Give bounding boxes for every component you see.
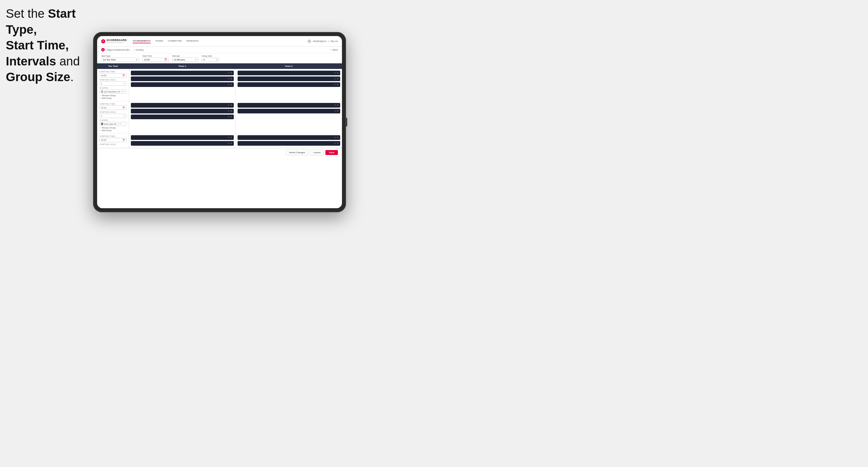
cancel-button[interactable]: Cancel (310, 150, 323, 155)
starting-hole-input-2[interactable]: 1 ▼ (99, 114, 126, 118)
remove-group-btn-1[interactable]: ○ Remove Group (99, 94, 126, 97)
tee-table-header: Tee Time Team 1 Team 2 (97, 63, 342, 69)
back-link[interactable]: < Back (331, 49, 338, 51)
player-name-area (133, 110, 228, 112)
start-time-label: Start Time (143, 55, 169, 57)
settings-row: Start Type 1st Tee Start ▼ Start Time 10… (97, 53, 342, 63)
player-remove-btn[interactable]: ✕ (334, 136, 336, 139)
starting-hole-input-1[interactable]: 1 ▼ (99, 82, 126, 86)
tablet-screen: C SCOREBOARD Powered by clipp.d TOURNAME… (97, 36, 342, 208)
player-remove-btn[interactable]: ✕ (334, 110, 336, 112)
start-type-arrow-icon: ▼ (135, 59, 137, 61)
starting-hole-label-1: STARTING HOLE: (99, 79, 126, 81)
intervals-label: Intervals (172, 55, 198, 57)
intervals-select[interactable]: 10 Minutes ▼ (172, 58, 198, 62)
group-actions-1: ○ Remove Group + Add Group (99, 94, 126, 99)
player-remove-btn[interactable]: ✕ (228, 72, 229, 74)
nav-separator: | (328, 40, 329, 42)
reset-changes-button[interactable]: Reset Changes (286, 150, 308, 155)
player-edit-btn[interactable]: ⚙ (230, 110, 232, 112)
player-edit-btn[interactable]: ⚙ (337, 142, 339, 145)
player-edit-btn[interactable]: ⚙ (230, 104, 232, 106)
player-row: ✕ ⚙ (131, 82, 234, 87)
player-actions: ✕ ⚙ (334, 77, 339, 80)
player-remove-btn[interactable]: ✕ (228, 77, 229, 80)
player-remove-btn[interactable]: ✕ (334, 142, 336, 145)
start-type-select[interactable]: 1st Tee Start ▼ (101, 58, 139, 62)
start-time-value: 10:00 (144, 58, 150, 61)
table-scroll-area[interactable]: STARTING TIME: 10:00 ⏰ STARTING HOLE: 1 … (97, 69, 342, 148)
tablet-side-button (346, 118, 347, 126)
start-time-select[interactable]: 10:00 ⏰ (143, 58, 169, 62)
player-name-area (239, 104, 334, 106)
player-edit-btn[interactable]: ⚙ (337, 84, 339, 86)
nav-right: blair@clippd.io | Sign out (308, 39, 338, 43)
time-clock-icon-2: ⏰ (122, 107, 125, 109)
player-remove-btn[interactable]: ✕ (228, 116, 229, 118)
player-remove-btn[interactable]: ✕ (334, 77, 336, 80)
player-row: ✕ ⚙ (238, 135, 341, 140)
group-left-3: STARTING TIME: 10:20 ⏰ STARTING HOLE: (97, 133, 129, 148)
player-edit-btn[interactable]: ⚙ (337, 110, 339, 112)
player-remove-btn[interactable]: ✕ (228, 104, 229, 106)
course-edit-icon-2[interactable]: ✎ (120, 123, 122, 125)
group-size-group: Group Size 3 ▼ (202, 55, 219, 62)
player-remove-btn[interactable]: ✕ (334, 72, 336, 74)
starting-time-input-1[interactable]: 10:00 ⏰ (99, 73, 126, 77)
time-clock-icon-1: ⏰ (122, 74, 125, 77)
team2-cell-2: ✕ ⚙ ✕ ⚙ (236, 101, 342, 133)
player-remove-btn[interactable]: ✕ (228, 136, 229, 139)
player-remove-btn[interactable]: ✕ (228, 142, 229, 145)
player-edit-btn[interactable]: ⚙ (230, 77, 232, 80)
player-remove-btn[interactable]: ✕ (334, 104, 336, 106)
nav-committee[interactable]: COMMITTEE (168, 39, 182, 43)
nav-rankings[interactable]: RANKINGS (186, 39, 198, 43)
remove-group-btn-2[interactable]: ○ Remove Group (99, 127, 126, 129)
player-actions: ✕ ⚙ (228, 104, 232, 106)
player-name-area (133, 136, 228, 139)
save-button[interactable]: Save (326, 150, 338, 155)
player-edit-btn[interactable]: ⚙ (230, 142, 232, 145)
course-edit-icon-1[interactable]: ✎ (123, 90, 125, 93)
nav-tournaments[interactable]: TOURNAMENTS (133, 39, 151, 43)
player-edit-btn[interactable]: ⚙ (230, 136, 232, 139)
sign-out-link[interactable]: Sign out (330, 40, 338, 42)
player-row: ✕ ⚙ (238, 82, 341, 87)
course-tag-2: 🏌 East Lake GC ✕ ✎ (99, 122, 126, 126)
course-label-1: COURSE: (99, 87, 126, 89)
add-group-btn-1[interactable]: + Add Group (99, 97, 126, 99)
group-size-value: 3 (203, 58, 205, 61)
team1-cell-2: ✕ ⚙ ✕ ⚙ (129, 101, 236, 133)
player-edit-btn[interactable]: ⚙ (230, 84, 232, 86)
player-edit-btn[interactable]: ⚙ (337, 136, 339, 139)
tablet-frame: C SCOREBOARD Powered by clipp.d TOURNAME… (93, 32, 346, 212)
player-edit-btn[interactable]: ⚙ (337, 72, 339, 74)
player-edit-btn[interactable]: ⚙ (230, 116, 232, 118)
course-remove-icon-1[interactable]: ✕ (121, 90, 123, 93)
player-actions: ✕ ⚙ (228, 72, 232, 74)
team2-cell-3: ✕ ⚙ ✕ ⚙ (236, 133, 342, 148)
starting-hole-label-3: STARTING HOLE: (99, 143, 126, 146)
course-remove-icon-2[interactable]: ✕ (118, 123, 120, 125)
user-email: blair@clippd.io (313, 40, 326, 42)
breadcrumb-tournament[interactable]: Clippd Invitational (Mo... (106, 49, 131, 51)
player-edit-btn[interactable]: ⚙ (337, 77, 339, 80)
player-actions: ✕ ⚙ (334, 142, 339, 145)
hole-arrow-icon-2: ▼ (123, 115, 125, 117)
player-remove-btn[interactable]: ✕ (228, 110, 229, 112)
player-row: ✕ ⚙ (238, 71, 341, 75)
add-group-btn-2[interactable]: + Add Group (99, 129, 126, 131)
player-actions: ✕ ⚙ (334, 104, 339, 106)
player-edit-btn[interactable]: ⚙ (230, 72, 232, 74)
player-remove-btn[interactable]: ✕ (334, 84, 336, 86)
course-tag-1: A (A) Peachtree GC ✕ ✎ (99, 90, 126, 94)
player-edit-btn[interactable]: ⚙ (337, 104, 339, 106)
player-name-area (133, 116, 228, 118)
starting-time-input-3[interactable]: 10:20 ⏰ (99, 138, 126, 142)
starting-time-input-2[interactable]: 10:10 ⏰ (99, 105, 126, 110)
player-actions: ✕ ⚙ (334, 84, 339, 86)
group-size-select[interactable]: 3 ▼ (202, 58, 219, 62)
player-actions: ✕ ⚙ (228, 84, 232, 86)
nav-teams[interactable]: TEAMS (155, 39, 163, 43)
player-remove-btn[interactable]: ✕ (228, 84, 229, 86)
